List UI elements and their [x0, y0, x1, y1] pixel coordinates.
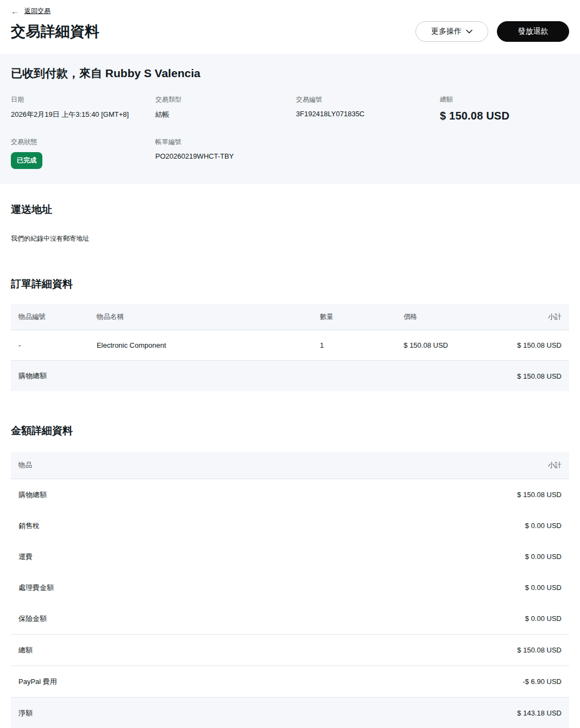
back-to-transactions-link[interactable]: 返回交易	[24, 7, 51, 16]
order-total-row: 購物總額 $ 150.08 USD	[11, 361, 569, 392]
field-total-amount: 總額 $ 150.08 USD	[440, 95, 569, 122]
back-arrow-icon[interactable]: ←	[11, 7, 19, 15]
more-actions-label: 更多操作	[431, 27, 462, 36]
more-actions-button[interactable]: 更多操作	[415, 21, 488, 42]
amount-value: $ 0.00 USD	[275, 510, 569, 541]
amount-value: $ 143.18 USD	[275, 698, 569, 728]
amount-label: 保險金額	[11, 603, 275, 635]
transaction-status-label: 交易狀態	[11, 137, 155, 147]
column-price: 價格	[396, 304, 480, 330]
amount-details-table: 物品 小計 購物總額 $ 150.08 USD 銷售稅 $ 0.00 USD 運…	[11, 452, 569, 728]
amount-value: $ 0.00 USD	[275, 572, 569, 603]
amount-value: $ 150.08 USD	[275, 635, 569, 666]
order-details-table: 物品編號 物品名稱 數量 價格 小計 - Electronic Componen…	[11, 304, 569, 391]
shipping-address-section: 運送地址 我們的紀錄中沒有郵寄地址	[11, 203, 569, 243]
total-amount-label: 總額	[440, 95, 569, 104]
issue-refund-button[interactable]: 發放退款	[497, 21, 569, 42]
order-details-title: 訂單詳細資料	[11, 277, 569, 291]
purchase-total-value: $ 150.08 USD	[480, 361, 569, 392]
shipping-address-text: 我們的紀錄中沒有郵寄地址	[11, 234, 569, 243]
column-item-name: 物品名稱	[89, 304, 312, 330]
date-label: 日期	[11, 95, 155, 104]
field-invoice-id: 帳單編號 PO20260219WHCT-TBY	[155, 137, 296, 169]
field-transaction-type: 交易類型 結帳	[155, 95, 296, 122]
page-title: 交易詳細資料	[11, 22, 99, 41]
transaction-type-value: 結帳	[155, 110, 296, 120]
amount-value: $ 0.00 USD	[275, 541, 569, 572]
date-value: 2026年2月19日 上午3:15:40 [GMT+8]	[11, 110, 155, 120]
item-number-cell: -	[11, 330, 89, 361]
amounts-column-item: 物品	[11, 452, 275, 479]
column-item-number: 物品編號	[11, 304, 89, 330]
amounts-header-row: 物品 小計	[11, 452, 569, 479]
field-date: 日期 2026年2月19日 上午3:15:40 [GMT+8]	[11, 95, 155, 122]
amount-label: 購物總額	[11, 479, 275, 511]
payment-received-title: 已收到付款，來自 Rubby S Valencia	[11, 66, 569, 81]
amount-label: 總額	[11, 635, 275, 666]
column-quantity: 數量	[312, 304, 396, 330]
invoice-id-label: 帳單編號	[155, 137, 296, 147]
amount-details-title: 金額詳細資料	[11, 424, 569, 438]
amount-value: $ 150.08 USD	[275, 479, 569, 511]
invoice-id-value: PO20260219WHCT-TBY	[155, 152, 296, 160]
amount-row-net: 淨額 $ 143.18 USD	[11, 698, 569, 728]
transaction-type-label: 交易類型	[155, 95, 296, 104]
amount-label: 處理費金額	[11, 572, 275, 603]
item-name-cell: Electronic Component	[89, 330, 312, 361]
amount-row-sales-tax: 銷售稅 $ 0.00 USD	[11, 510, 569, 541]
item-quantity-cell: 1	[312, 330, 396, 361]
transaction-summary: 已收到付款，來自 Rubby S Valencia 日期 2026年2月19日 …	[0, 54, 580, 184]
amount-value: -$ 6.90 USD	[275, 666, 569, 698]
amount-label: 淨額	[11, 698, 275, 728]
status-badge: 已完成	[11, 152, 42, 169]
amounts-column-subtotal: 小計	[275, 452, 569, 479]
field-transaction-id: 交易編號 3F192418LY071835C	[296, 95, 440, 122]
amount-row-shipping: 運費 $ 0.00 USD	[11, 541, 569, 572]
field-transaction-status: 交易狀態 已完成	[11, 137, 155, 169]
amount-details-section: 金額詳細資料 物品 小計 購物總額 $ 150.08 USD 銷售稅 $ 0.0…	[11, 424, 569, 728]
column-subtotal: 小計	[480, 304, 569, 330]
header-actions: 更多操作 發放退款	[415, 21, 569, 42]
transaction-id-label: 交易編號	[296, 95, 440, 104]
item-price-cell: $ 150.08 USD	[396, 330, 480, 361]
shipping-address-title: 運送地址	[11, 203, 569, 217]
amount-label: 銷售稅	[11, 510, 275, 541]
amount-row-handling-fee: 處理費金額 $ 0.00 USD	[11, 572, 569, 603]
amount-row-insurance: 保險金額 $ 0.00 USD	[11, 603, 569, 635]
order-item-row: - Electronic Component 1 $ 150.08 USD $ …	[11, 330, 569, 361]
back-navigation: ← 返回交易	[11, 7, 569, 16]
chevron-down-icon	[466, 29, 472, 34]
amount-row-purchase-total: 購物總額 $ 150.08 USD	[11, 479, 569, 511]
amount-row-gross-total: 總額 $ 150.08 USD	[11, 635, 569, 666]
amount-value: $ 0.00 USD	[275, 603, 569, 635]
amount-label: PayPal 費用	[11, 666, 275, 698]
amount-label: 運費	[11, 541, 275, 572]
page-header: ← 返回交易 交易詳細資料 更多操作 發放退款	[0, 0, 580, 42]
transaction-id-value: 3F192418LY071835C	[296, 110, 440, 118]
amount-row-paypal-fee: PayPal 費用 -$ 6.90 USD	[11, 666, 569, 698]
item-subtotal-cell: $ 150.08 USD	[480, 330, 569, 361]
purchase-total-label: 購物總額	[11, 361, 480, 392]
total-amount-value: $ 150.08 USD	[440, 110, 569, 122]
order-details-section: 訂單詳細資料 物品編號 物品名稱 數量 價格 小計 - Electronic C…	[11, 277, 569, 391]
order-table-header-row: 物品編號 物品名稱 數量 價格 小計	[11, 304, 569, 330]
